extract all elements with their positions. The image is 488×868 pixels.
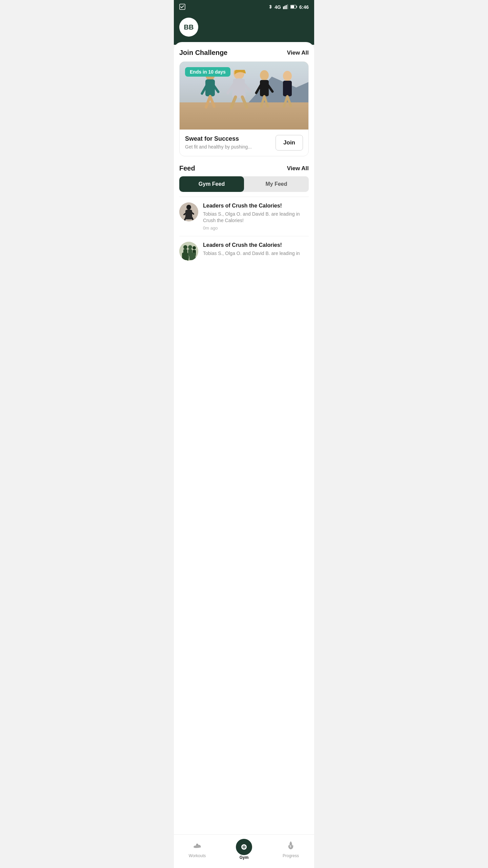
svg-rect-4 — [287, 4, 288, 9]
challenge-name: Sweat for Success — [185, 135, 271, 142]
svg-rect-20 — [260, 80, 269, 96]
svg-point-40 — [188, 245, 192, 249]
challenge-section-header: Join Challenge View All — [179, 49, 309, 57]
progress-icon — [286, 841, 295, 852]
feed-item-1: Leaders of Crush the Calories! Tobias S.… — [179, 197, 309, 236]
feed-content-2: Leaders of Crush the Calories! Tobias S.… — [203, 242, 309, 258]
feed-view-all[interactable]: View All — [287, 165, 309, 172]
signal-icon — [283, 4, 288, 10]
bluetooth-icon — [268, 4, 272, 11]
network-label: 4G — [274, 4, 281, 10]
svg-line-43 — [191, 256, 192, 260]
svg-rect-6 — [296, 6, 297, 8]
svg-line-42 — [188, 256, 189, 260]
svg-line-38 — [183, 256, 184, 260]
avatar-running-svg — [179, 202, 198, 221]
status-bar: 4G 6:46 — [174, 0, 314, 14]
challenge-section-title: Join Challenge — [179, 49, 227, 57]
svg-line-28 — [287, 96, 291, 106]
nav-item-workouts[interactable]: Workouts — [184, 841, 211, 856]
svg-point-25 — [283, 71, 292, 81]
svg-point-48 — [243, 846, 245, 848]
svg-line-39 — [187, 256, 187, 260]
challenge-card: Ends in 10 days Sweat for Success Get fi… — [179, 61, 309, 156]
svg-point-36 — [183, 245, 187, 249]
svg-point-19 — [260, 70, 269, 80]
feed-section-header: Feed View All — [179, 164, 309, 172]
header: BB — [174, 14, 314, 45]
status-right: 4G 6:46 — [268, 4, 309, 11]
svg-rect-45 — [192, 250, 196, 256]
nav-item-gym[interactable]: Gym — [230, 839, 258, 856]
feed-desc-2: Tobias S., Olga O. and David B. are lead… — [203, 250, 309, 257]
svg-line-22 — [264, 96, 268, 106]
nav-item-progress[interactable]: Progress — [277, 841, 304, 856]
gym-label: Gym — [240, 855, 249, 856]
svg-line-15 — [231, 97, 236, 108]
avatar: BB — [179, 18, 198, 37]
svg-line-11 — [210, 96, 214, 106]
feed-time-1: 0m ago — [203, 225, 309, 231]
feed-section: Feed View All Gym Feed My Feed — [179, 164, 309, 266]
challenge-image: Ends in 10 days — [180, 62, 308, 130]
feed-content-1: Leaders of Crush the Calories! Tobias S.… — [203, 202, 309, 231]
feed-avatar-1 — [179, 202, 198, 221]
challenge-view-all[interactable]: View All — [287, 50, 309, 56]
svg-rect-41 — [188, 249, 192, 256]
workouts-label: Workouts — [189, 853, 206, 856]
svg-point-30 — [186, 205, 191, 210]
time-label: 6:46 — [299, 4, 309, 10]
svg-rect-1 — [283, 6, 284, 9]
main-content: Join Challenge View All — [174, 42, 314, 856]
feed-avatar-2 — [179, 242, 198, 261]
join-button[interactable]: Join — [276, 135, 303, 151]
avatar-group-svg — [179, 242, 198, 261]
ends-badge: Ends in 10 days — [185, 67, 230, 77]
progress-label: Progress — [283, 853, 299, 856]
battery-icon — [290, 4, 297, 10]
challenge-info: Sweat for Success Get fit and healthy by… — [185, 135, 271, 151]
svg-line-16 — [242, 97, 247, 107]
feed-section-title: Feed — [179, 164, 195, 172]
svg-rect-9 — [205, 79, 215, 96]
svg-rect-37 — [183, 249, 187, 256]
svg-rect-2 — [284, 6, 285, 9]
svg-rect-3 — [286, 5, 287, 9]
feed-title-2: Leaders of Crush the Calories! — [203, 242, 309, 249]
tab-my-feed[interactable]: My Feed — [244, 176, 309, 192]
tab-gym-feed[interactable]: Gym Feed — [179, 176, 244, 192]
status-left — [179, 4, 185, 11]
challenge-description: Get fit and healthy by pushing... — [185, 144, 271, 151]
svg-rect-26 — [283, 81, 292, 96]
feed-desc-1: Tobias S., Olga O. and David B. are lead… — [203, 211, 309, 224]
feed-tabs: Gym Feed My Feed — [179, 176, 309, 192]
gym-icon-active — [236, 839, 252, 855]
feed-item-2: Leaders of Crush the Calories! Tobias S.… — [179, 236, 309, 266]
feed-title-1: Leaders of Crush the Calories! — [203, 202, 309, 210]
checklist-icon — [179, 4, 185, 11]
svg-point-44 — [192, 246, 196, 250]
bottom-padding — [179, 266, 309, 297]
challenge-body: Sweat for Success Get fit and healthy by… — [180, 130, 308, 156]
bottom-nav: Workouts Gym Progress — [174, 834, 314, 856]
workouts-icon — [192, 841, 202, 852]
